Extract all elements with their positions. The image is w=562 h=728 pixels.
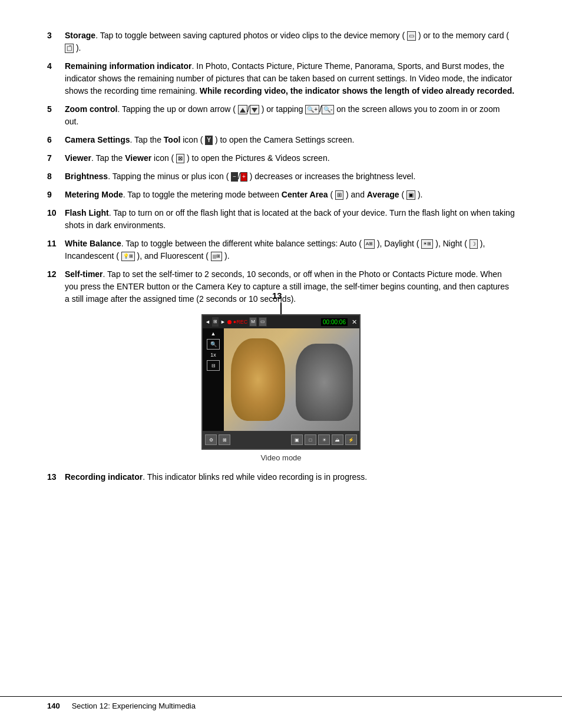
rec-indicator-dot [227, 320, 232, 324]
item-bold-label: Zoom control [65, 104, 117, 114]
camera-bottom-bar: ⚙ ⊠ ▣ □ ☀ ⛰ ⚡ [203, 431, 359, 449]
item-text: Self-timer. Tap to set the self-timer to… [65, 268, 515, 305]
back-arrow: ◄ [205, 319, 210, 325]
zoom-icon-box: 🔍 [207, 339, 220, 350]
item-number: 4 [47, 60, 65, 97]
cam-wb-icon: ☀ [318, 434, 330, 445]
memory-card-icon: □̈ [65, 44, 74, 53]
item-text: Flash Light. Tap to turn on or off the f… [65, 207, 515, 232]
item-number: 8 [47, 170, 65, 183]
cam-storage-icon: ▭ [259, 317, 267, 327]
wb-fluorescent-icon: |||⊞ [211, 252, 222, 261]
night-text: Night [443, 239, 462, 248]
list-item: 3 Storage. Tap to toggle between saving … [47, 29, 515, 54]
camera-main-area: ▲ 🔍 1x ⊟ [203, 328, 359, 431]
item-text: Brightness. Tapping the minus or plus ic… [65, 170, 515, 183]
item-text: Metering Mode. Tap to toggle the meterin… [65, 189, 515, 201]
list-item: 7 Viewer. Tap the Viewer icon ( ⊠ ) to o… [47, 152, 515, 164]
figure-caption: Video mode [260, 453, 301, 462]
item-bold-label: White Balance [65, 239, 121, 248]
footer-page-number: 140 [47, 701, 60, 710]
item-number: 11 [47, 238, 65, 262]
cam-scene-icon: ⛰ [332, 434, 343, 445]
item-number: 6 [47, 134, 65, 146]
device-memory-icon: ▭ [407, 31, 416, 41]
item-text: Camera Settings. Tap the Tool icon ( Y )… [65, 134, 515, 146]
list-item: 6 Camera Settings. Tap the Tool icon ( Y… [47, 134, 515, 146]
item-text: Recording indicator. This indicator blin… [65, 471, 515, 483]
camera-left-controls: ▲ 🔍 1x ⊟ [203, 328, 224, 431]
cam-storage2-icon: □ [305, 434, 316, 445]
zoom-out-box: ⊟ [207, 360, 220, 371]
list-item: 10 Flash Light. Tap to turn on or off th… [47, 207, 515, 232]
item-text: Zoom control. Tapping the up or down arr… [65, 103, 515, 128]
item-bold-label: Storage [65, 31, 95, 40]
rec-mode-icon: ⊞ [212, 317, 219, 327]
brightness-minus-icon: − [231, 172, 238, 182]
figure-number-label: 13 [272, 291, 282, 301]
cam-viewer-icon: ⊠ [219, 434, 230, 445]
wb-incandescent-icon: 💡⊞ [121, 252, 135, 261]
camera-top-bar: ◄ ⊞ ► ●REC M ▭ 00:00:06 ✕ [203, 315, 359, 328]
item-bold-label: Metering Mode [65, 190, 123, 199]
item-number: 5 [47, 103, 65, 128]
list-item: 4 Remaining information indicator. In Ph… [47, 60, 515, 97]
tool-icon: Y [205, 136, 213, 145]
zoom-up-btn[interactable]: ▲ [211, 331, 216, 337]
camera-screen: ◄ ⊞ ► ●REC M ▭ 00:00:06 ✕ ▲ 🔍 [201, 314, 361, 450]
item-bold-label: Camera Settings [65, 135, 130, 144]
figure-container: 13 ◄ ⊞ ► ●REC M ▭ 00:00:06 ✕ [47, 314, 515, 462]
forward-arrow: ► [220, 319, 226, 325]
dog-right [296, 344, 353, 421]
wb-daylight-icon: ☀⊞ [421, 239, 433, 249]
item-number: 7 [47, 152, 65, 164]
item-number: 3 [47, 29, 65, 54]
wb-auto-icon: A⊞ [364, 239, 375, 249]
cam-extra-icon: ⚡ [345, 434, 357, 445]
figure-wrapper: 13 ◄ ⊞ ► ●REC M ▭ 00:00:06 ✕ [201, 314, 361, 450]
list-item: 13 Recording indicator. This indicator b… [47, 471, 515, 483]
list-item: 11 White Balance. Tap to toggle between … [47, 238, 515, 262]
list-item: 8 Brightness. Tapping the minus or plus … [47, 170, 515, 183]
item-bold-label: Viewer [65, 153, 91, 163]
zoom-down-icon [250, 105, 259, 114]
item-bold-label: Self-timer [65, 269, 103, 279]
zoom-up-icon [238, 105, 247, 114]
item-number: 13 [47, 471, 65, 483]
page-footer: 140 Section 12: Experiencing Multimedia [0, 696, 562, 710]
wb-night-icon: ☽ [470, 239, 478, 249]
camera-viewfinder [224, 328, 359, 431]
cam-close-btn[interactable]: ✕ [352, 318, 357, 326]
item-bold-label: Flash Light [65, 208, 109, 218]
brightness-plus-icon: + [240, 172, 247, 182]
cam-bt1-icon: ▣ [291, 434, 303, 445]
item-text: Viewer. Tap the Viewer icon ( ⊠ ) to ope… [65, 152, 515, 164]
center-area-icon: ⊞ [335, 190, 343, 200]
item-bold-label: Recording indicator [65, 472, 143, 482]
item-number: 9 [47, 189, 65, 201]
list-item: 5 Zoom control. Tapping the up or down a… [47, 103, 515, 128]
item-text: White Balance. Tap to toggle between the… [65, 238, 515, 262]
item-text: Storage. Tap to toggle between saving ca… [65, 29, 515, 54]
dog-left [231, 338, 285, 420]
viewfinder-image [224, 328, 359, 431]
item-number: 10 [47, 207, 65, 232]
zoom-out-label: ⊟ [211, 363, 216, 368]
viewer-icon: ⊠ [176, 154, 184, 163]
footer-section-title: Section 12: Experiencing Multimedia [72, 701, 196, 710]
average-icon: ▣ [406, 190, 415, 200]
cam-mode-icon: M [249, 317, 257, 327]
rec-text: ●REC [233, 319, 247, 325]
page-content: 3 Storage. Tap to toggle between saving … [0, 0, 562, 536]
item-bold-label: Remaining information indicator [65, 61, 191, 71]
zoom-out-icon: 🔍- [322, 105, 334, 114]
item-text: Remaining information indicator. In Phot… [65, 60, 515, 97]
figure-arrow-line [280, 302, 282, 314]
cam-tool-icon: ⚙ [205, 434, 217, 445]
list-item: 9 Metering Mode. Tap to toggle the meter… [47, 189, 515, 201]
zoom-in-icon: 🔍+ [305, 105, 319, 114]
zoom-label: 🔍 [210, 341, 217, 347]
item-bold-label: Brightness [65, 172, 108, 181]
item-number: 12 [47, 268, 65, 305]
zoom-level: 1x [210, 352, 216, 358]
